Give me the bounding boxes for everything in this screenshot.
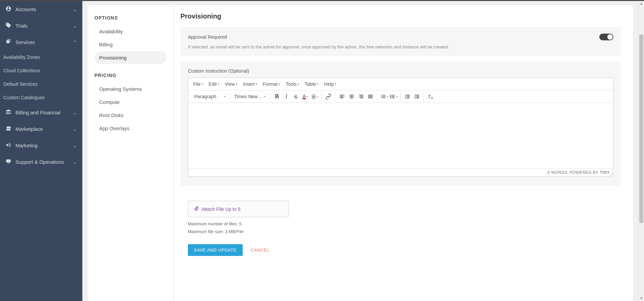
user-circle-icon [5, 6, 11, 13]
scroll-down-arrow-icon[interactable]: ▼ [639, 296, 644, 301]
editor-menu-help[interactable]: Help▾ [322, 80, 338, 88]
chevron-up-icon: ⌃ [73, 40, 77, 45]
editor-menu-tools[interactable]: Tools▾ [284, 80, 301, 88]
sidebar-item-services[interactable]: Services ⌃ [0, 34, 82, 50]
monitor-icon [5, 158, 11, 165]
editor-menu-file[interactable]: File▾ [191, 80, 205, 88]
sidebar-item-billing-financial[interactable]: Billing and Financial ⌄ [0, 104, 82, 121]
cancel-button[interactable]: CANCEL [251, 248, 270, 253]
editor-menu-view[interactable]: View▾ [223, 80, 240, 88]
option-billing[interactable]: Billing [94, 38, 167, 51]
sidebar-item-label: Marketplace [15, 126, 43, 132]
link-button[interactable] [324, 92, 333, 101]
pricing-heading: PRICING [94, 73, 167, 78]
sidebar-item-marketplace[interactable]: Marketplace ⌄ [0, 121, 82, 137]
editor-menu-table[interactable]: Table▾ [303, 80, 321, 88]
pricing-app-overlays[interactable]: App Overlays [94, 122, 167, 135]
page-title: Provisioning [180, 12, 621, 20]
layers-icon [5, 39, 11, 46]
align-justify-button[interactable] [366, 92, 375, 101]
scroll-thumb[interactable] [639, 35, 643, 223]
pricing-root-disks[interactable]: Root Disks [94, 109, 167, 121]
attach-file-button[interactable]: Attach File Up to 5 [188, 201, 289, 217]
attach-section: Attach File Up to 5 Maximum number of fi… [180, 191, 621, 237]
sidebar-sub-availability-zones[interactable]: Availability Zones [0, 50, 82, 64]
sidebar-item-trials[interactable]: Trials ⌄ [0, 17, 82, 34]
approval-description: If selected, an email will be sent to th… [188, 44, 613, 49]
editor-menu-format[interactable]: Format▾ [261, 80, 282, 88]
editor-menu-edit[interactable]: Edit▾ [207, 80, 222, 88]
sidebar-sub-default-services[interactable]: Default Services [0, 77, 82, 91]
sidebar-item-label: Support & Operations [15, 159, 64, 165]
sidebar-item-marketing[interactable]: Marketing ⌄ [0, 137, 82, 154]
approval-toggle[interactable] [599, 34, 613, 40]
main-area: OPTIONS Availability Billing Provisionin… [82, 1, 638, 301]
page-scrollbar[interactable]: ▲ ▼ [638, 1, 644, 301]
sidebar-sub-custom-catalogues[interactable]: Custom Catalogues [0, 91, 82, 104]
sidebar: Accounts ⌄ Trials ⌄ Services ⌃ Availabil… [0, 1, 82, 301]
clear-formatting-button[interactable]: T✕ [426, 92, 435, 101]
strikethrough-button[interactable]: S [291, 92, 300, 101]
form-actions: SAVE AND UPDATE CANCEL [180, 237, 621, 256]
sidebar-item-support-operations[interactable]: Support & Operations ⌄ [0, 154, 82, 170]
approval-label: Approval Required [188, 34, 227, 40]
editor-toolbar: Paragraph▾ Times New ...▾ B I S A▾ A▾ [188, 90, 613, 103]
options-heading: OPTIONS [94, 15, 167, 21]
chevron-down-icon: ⌄ [73, 126, 77, 132]
chevron-down-icon: ⌄ [73, 159, 77, 165]
chevron-down-icon: ⌄ [73, 143, 77, 148]
ordered-list-button[interactable]: ▾ [379, 92, 389, 101]
resize-grip-icon[interactable] [609, 172, 612, 176]
bank-icon [5, 109, 11, 116]
editor-body[interactable] [188, 103, 613, 168]
tag-icon [5, 22, 11, 29]
custom-instruction-label: Custom Instruction (Optional) [188, 68, 613, 74]
align-right-button[interactable] [356, 92, 366, 101]
max-size-info: Maximum file size: 3 MB/File [188, 229, 613, 234]
chevron-down-icon: ⌄ [73, 110, 77, 115]
editor-powered-label: POWERED BY [569, 170, 598, 175]
approval-section: Approval Required If selected, an email … [180, 27, 621, 56]
megaphone-icon [5, 142, 11, 149]
content-panel: Provisioning Approval Required If select… [174, 5, 633, 301]
editor-paragraph-select[interactable]: Paragraph▾ [192, 92, 228, 101]
sidebar-item-label: Accounts [15, 6, 36, 12]
text-color-button[interactable]: A▾ [300, 92, 310, 101]
editor-statusbar: 0 WORDS POWERED BY TINY [188, 168, 613, 176]
pricing-compute[interactable]: Compute [94, 96, 167, 108]
max-files-info: Maximum number of files: 5 [188, 221, 613, 226]
editor-tiny-link[interactable]: TINY [600, 170, 610, 175]
sidebar-item-label: Marketing [15, 143, 38, 148]
option-availability[interactable]: Availability [94, 25, 167, 38]
sidebar-item-label: Services [15, 39, 35, 45]
chevron-down-icon: ⌄ [73, 23, 77, 29]
editor-wordcount: 0 WORDS [548, 170, 568, 175]
scroll-up-arrow-icon[interactable]: ▲ [639, 1, 644, 6]
sidebar-item-accounts[interactable]: Accounts ⌄ [0, 1, 82, 17]
rich-text-editor: File▾ Edit▾ View▾ Insert▾ Format▾ Tools▾… [188, 78, 613, 177]
paperclip-icon [194, 206, 199, 212]
attach-label: Attach File Up to 5 [202, 206, 240, 212]
align-center-button[interactable] [347, 92, 356, 101]
chevron-down-icon: ⌄ [73, 7, 77, 12]
outdent-button[interactable] [403, 92, 412, 101]
pricing-operating-systems[interactable]: Operating Systems [94, 83, 167, 95]
bold-button[interactable]: B [272, 92, 282, 101]
options-panel: OPTIONS Availability Billing Provisionin… [88, 5, 174, 301]
custom-instruction-section: Custom Instruction (Optional) File▾ Edit… [180, 62, 621, 186]
bullet-list-button[interactable]: ▾ [389, 92, 398, 101]
align-left-button[interactable] [337, 92, 347, 101]
background-color-button[interactable]: A▾ [310, 92, 319, 101]
save-button[interactable]: SAVE AND UPDATE [188, 244, 243, 256]
italic-button[interactable]: I [282, 92, 291, 101]
indent-button[interactable] [412, 92, 421, 101]
store-icon [5, 125, 11, 133]
editor-menu-insert[interactable]: Insert▾ [241, 80, 259, 88]
sidebar-item-label: Trials [15, 23, 28, 29]
editor-menubar: File▾ Edit▾ View▾ Insert▾ Format▾ Tools▾… [188, 78, 613, 90]
option-provisioning[interactable]: Provisioning [94, 51, 167, 64]
editor-font-select[interactable]: Times New ...▾ [232, 92, 268, 101]
sidebar-item-label: Billing and Financial [15, 110, 60, 115]
sidebar-sub-cloud-collections[interactable]: Cloud Collections [0, 64, 82, 77]
